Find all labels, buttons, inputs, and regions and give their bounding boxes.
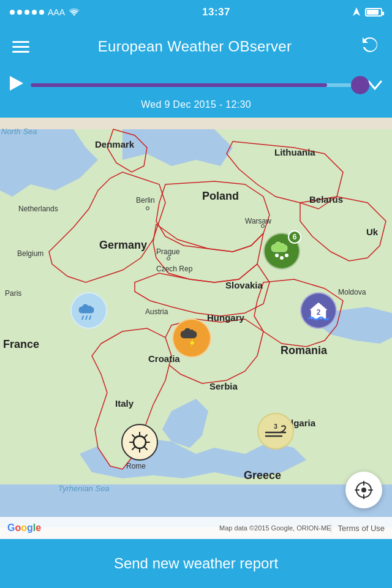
svg-marker-0: [353, 7, 360, 16]
battery-icon: [365, 8, 382, 17]
svg-point-14: [134, 436, 146, 448]
timeline-date: Wed 9 Dec 2015 - 12:30: [141, 99, 251, 110]
svg-point-7: [280, 256, 284, 260]
svg-line-20: [145, 447, 147, 450]
signal-dot-5: [39, 10, 44, 15]
hamburger-line-3: [12, 51, 29, 53]
wind-icon: 3: [263, 423, 288, 440]
carrier-name: AAA: [48, 7, 65, 17]
svg-line-22: [132, 447, 135, 450]
hail-icon: [270, 241, 293, 262]
location-target-icon: [354, 480, 374, 500]
battery-fill: [367, 10, 379, 15]
status-bar: AAA 13:37: [0, 0, 392, 24]
svg-line-3: [82, 316, 83, 320]
terms-of-use-link[interactable]: Terms of Use: [331, 524, 385, 533]
location-arrow-icon: [353, 7, 360, 18]
google-logo: Google: [7, 522, 41, 533]
send-report-label: Send new weather report: [114, 555, 278, 572]
signal-dot-4: [32, 10, 37, 15]
timeline-bar: Wed 9 Dec 2015 - 12:30: [0, 69, 392, 118]
map-data-text: Map data ©2015 Google, ORION-ME: [219, 524, 331, 532]
wind-marker[interactable]: 3: [257, 413, 294, 450]
map-container[interactable]: North Sea Denmark Lithuania Netherlands …: [0, 118, 392, 539]
thunderstorm-marker[interactable]: [172, 318, 211, 358]
slider-thumb[interactable]: [351, 76, 369, 94]
rain-cloud-icon: [77, 301, 100, 320]
svg-line-5: [89, 316, 91, 320]
svg-line-19: [132, 435, 135, 437]
signal-dot-2: [17, 10, 22, 15]
svg-point-6: [275, 254, 279, 257]
status-right: [353, 7, 382, 18]
svg-point-24: [361, 488, 366, 492]
status-time: 13:37: [202, 6, 230, 18]
svg-marker-1: [10, 76, 23, 91]
refresh-button[interactable]: [360, 35, 380, 59]
thunderstorm-icon: [179, 327, 204, 349]
hamburger-line-1: [12, 41, 29, 43]
signal-dots: [10, 10, 44, 15]
sun-icon: [129, 431, 151, 453]
hail-badge: 6: [288, 230, 301, 244]
svg-line-21: [145, 435, 147, 437]
signal-dot-3: [24, 10, 29, 15]
slider-fill: [31, 83, 327, 87]
send-report-button[interactable]: Send new weather report: [0, 539, 392, 588]
map-attribution: Google Map data ©2015 Google, ORION-ME T…: [0, 517, 392, 539]
location-button[interactable]: [345, 472, 382, 508]
sun-marker[interactable]: [121, 424, 158, 461]
play-button[interactable]: [10, 76, 23, 94]
hamburger-line-2: [12, 46, 29, 48]
svg-line-4: [86, 316, 87, 320]
hail-marker[interactable]: 6: [263, 233, 300, 270]
collapse-button[interactable]: [368, 77, 382, 94]
battery-indicator: [365, 8, 382, 17]
attribution-right: Map data ©2015 Google, ORION-ME Terms of…: [219, 524, 385, 533]
menu-button[interactable]: [12, 41, 29, 53]
svg-text:2: 2: [317, 308, 321, 317]
app-header: European Weather OBserver: [0, 24, 392, 69]
svg-point-8: [285, 254, 288, 257]
timeline-controls: [10, 76, 382, 94]
svg-text:3: 3: [274, 423, 277, 430]
wifi-icon: [69, 7, 80, 18]
app-title: European Weather OBserver: [98, 38, 292, 55]
rain-cloud-marker[interactable]: [70, 292, 107, 329]
status-left: AAA: [10, 7, 80, 18]
flood-marker[interactable]: 2: [300, 292, 337, 329]
signal-dot-1: [10, 10, 15, 15]
timeline-slider[interactable]: [31, 83, 360, 87]
flood-icon: 2: [306, 300, 331, 321]
